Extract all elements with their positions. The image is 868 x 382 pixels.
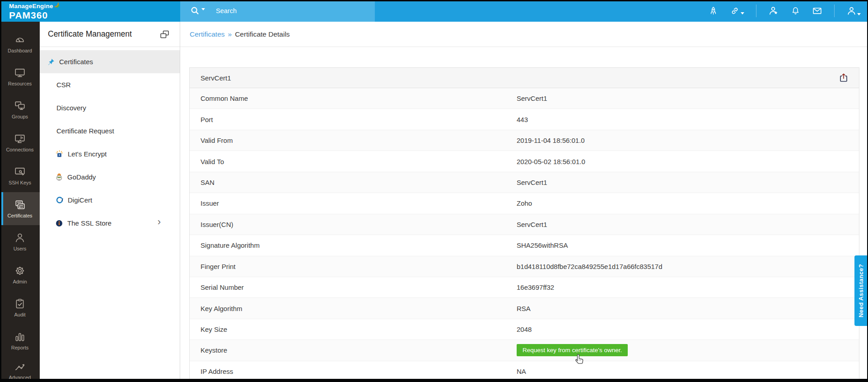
user-caret-icon xyxy=(857,13,861,15)
brand-section: ManageEngine PAM360 xyxy=(0,0,180,22)
gear-icon xyxy=(14,265,26,277)
row-label: IP Address xyxy=(190,368,517,375)
breadcrumb: Certificates » Certificate Details xyxy=(180,22,868,47)
need-assistance-label: Need Assistance? xyxy=(858,264,864,317)
sidebar-menu: Certificates CSR Discovery Certificate R… xyxy=(40,47,180,235)
row-label: Issuer(CN) xyxy=(190,221,517,228)
mail-icon[interactable] xyxy=(812,5,822,16)
table-row: Port 443 xyxy=(190,109,859,130)
user-icon xyxy=(14,232,26,244)
menu-item-digicert[interactable]: DigiCert xyxy=(40,189,180,212)
sidebar-item-groups[interactable]: Groups xyxy=(0,93,40,126)
menu-item-lets-encrypt[interactable]: Let's Encrypt xyxy=(40,142,180,165)
user-star-icon[interactable] xyxy=(768,5,779,16)
sidebar-item-ssh-keys[interactable]: SSH Keys xyxy=(0,159,40,192)
row-label: Common Name xyxy=(190,94,517,102)
menu-item-certificate-request[interactable]: Certificate Request xyxy=(40,119,180,142)
ssl-store-icon xyxy=(56,220,63,227)
sidebar-item-admin[interactable]: Admin xyxy=(0,258,40,291)
detail-rows: Common Name ServCert1 Port 443 Valid Fro… xyxy=(190,88,859,382)
user-icon[interactable] xyxy=(846,5,861,16)
primary-sidebar: Dashboard Resources Groups Connections S… xyxy=(0,22,40,382)
rocket-icon[interactable] xyxy=(709,5,718,16)
sidebar-item-advanced-analytics[interactable]: Advanced Analytics xyxy=(0,357,40,382)
table-row: SAN ServCert1 xyxy=(190,172,859,193)
row-label: Issuer xyxy=(190,199,517,207)
export-icon xyxy=(838,72,849,83)
table-row-keystore: Keystore Request key from certificate's … xyxy=(190,340,859,361)
row-label: Valid To xyxy=(190,158,517,165)
row-label: Key Size xyxy=(190,325,517,333)
brand-swoosh-icon xyxy=(54,2,60,10)
row-label: Valid From xyxy=(190,137,517,144)
link-icon[interactable] xyxy=(730,5,744,16)
menu-item-discovery[interactable]: Discovery xyxy=(40,96,180,119)
row-value: SHA256withRSA xyxy=(517,241,568,249)
product-name: PAM360 xyxy=(9,10,60,20)
menu-item-godaddy[interactable]: GoDaddy xyxy=(40,165,180,189)
row-value: 443 xyxy=(517,116,528,123)
sidebar-item-reports[interactable]: Reports xyxy=(0,324,40,357)
trend-scatter-icon xyxy=(14,361,26,373)
table-row: Signature Algorithm SHA256withRSA xyxy=(190,235,859,256)
sidebar-item-certificates[interactable]: Certificates xyxy=(0,192,40,225)
need-assistance-tab[interactable]: Need Assistance? xyxy=(854,255,867,326)
menu-item-certificates[interactable]: Certificates xyxy=(40,50,180,73)
top-bar: ManageEngine PAM360 Search xyxy=(0,0,868,22)
monitors-icon xyxy=(14,100,26,112)
bell-icon[interactable] xyxy=(791,5,800,16)
row-label: SAN xyxy=(190,179,517,186)
table-row: Key Size 2048 xyxy=(190,319,859,340)
table-row: Valid To 2020-05-02 18:56:01.0 xyxy=(190,151,859,172)
card-header: ServCert1 xyxy=(190,68,859,88)
row-value: 2020-05-02 18:56:01.0 xyxy=(517,158,585,165)
ssh-key-icon xyxy=(14,166,26,178)
bar-chart-icon xyxy=(14,331,26,343)
breadcrumb-certificates-link[interactable]: Certificates xyxy=(190,30,225,38)
search-placeholder[interactable]: Search xyxy=(216,7,237,14)
brand-name: ManageEngine xyxy=(9,3,53,10)
window-switcher-icon[interactable] xyxy=(159,29,170,39)
sidebar-item-audit[interactable]: Audit xyxy=(0,291,40,324)
table-row: IP Address NA xyxy=(190,361,859,382)
row-value: Zoho xyxy=(517,199,532,207)
row-value: Request key from certificate's owner. xyxy=(517,344,628,356)
sidebar-item-users[interactable]: Users xyxy=(0,225,40,258)
table-row: Issuer Zoho xyxy=(190,193,859,214)
row-value: ServCert1 xyxy=(517,179,547,186)
global-search[interactable]: Search xyxy=(180,0,375,22)
table-row: Key Algorithm RSA xyxy=(190,298,859,319)
row-value: NA xyxy=(517,368,526,375)
breadcrumb-separator: » xyxy=(228,30,232,38)
table-row: Finger Print b1d418110d8fbe72ca849255e1d… xyxy=(190,256,859,277)
sidebar-title: Certificate Management xyxy=(48,29,132,39)
row-value: RSA xyxy=(517,305,531,312)
row-label: Finger Print xyxy=(190,263,517,270)
row-value: 2048 xyxy=(517,325,532,333)
certificate-name-title: ServCert1 xyxy=(201,74,231,82)
row-value: ServCert1 xyxy=(517,221,547,228)
sidebar-item-connections[interactable]: Connections xyxy=(0,126,40,159)
menu-item-ssl-store[interactable]: The SSL Store › xyxy=(40,212,180,235)
menu-item-csr[interactable]: CSR xyxy=(40,73,180,96)
table-row: Serial Number 16e3697ff32 xyxy=(190,277,859,298)
gauge-icon xyxy=(14,34,26,46)
request-key-button[interactable]: Request key from certificate's owner. xyxy=(517,344,628,356)
search-icon[interactable] xyxy=(190,6,200,16)
pin-icon xyxy=(47,58,55,66)
pam360-app: ManageEngine PAM360 Search Dashboard xyxy=(0,0,868,382)
export-button[interactable] xyxy=(837,71,850,84)
topbar-divider xyxy=(834,5,835,17)
remote-connection-icon xyxy=(14,133,26,145)
sidebar-item-resources[interactable]: Resources xyxy=(0,60,40,93)
breadcrumb-current: Certificate Details xyxy=(235,30,289,38)
search-scope-caret-icon[interactable] xyxy=(201,8,205,10)
certificate-management-sidebar: Certificate Management Certificates CSR … xyxy=(40,22,180,382)
certificate-details-card: ServCert1 Common Name ServCert1 Port 443… xyxy=(189,67,859,382)
brand-logo[interactable]: ManageEngine PAM360 xyxy=(9,2,60,20)
row-label: Keystore xyxy=(190,346,517,354)
row-value: 16e3697ff32 xyxy=(517,283,554,291)
certificate-icon xyxy=(14,199,26,211)
top-icon-bar xyxy=(709,0,861,22)
sidebar-item-dashboard[interactable]: Dashboard xyxy=(0,27,40,60)
